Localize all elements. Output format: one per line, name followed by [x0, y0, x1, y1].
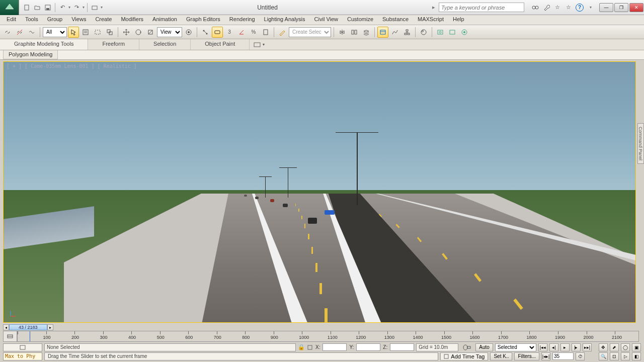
layers-icon[interactable]	[361, 27, 372, 38]
timeline-ruler[interactable]: 0100200300400500600700800900100011001200…	[17, 331, 639, 342]
bind-spacewarp-icon[interactable]	[26, 27, 37, 38]
nav-walk-icon[interactable]: ⬈	[610, 343, 619, 351]
timeslider-prev-button[interactable]: ◂	[3, 324, 9, 330]
manipulate-icon[interactable]	[200, 27, 211, 38]
open-file-icon[interactable]	[33, 3, 42, 12]
percent-snap-icon[interactable]: %	[248, 27, 259, 38]
pivot-center-icon[interactable]	[183, 27, 194, 38]
lock-selection-icon[interactable]: 🔒	[298, 344, 305, 350]
menu-civilview[interactable]: Civil View	[310, 15, 343, 25]
keyfilter-dropdown[interactable]: Selected	[495, 343, 536, 351]
menu-edit[interactable]: Edit	[2, 15, 21, 25]
menu-grapheditors[interactable]: Graph Editors	[182, 15, 225, 25]
nav-zoom-icon[interactable]: 🔍	[599, 352, 608, 360]
menu-rendering[interactable]: Rendering	[225, 15, 260, 25]
ribbon-panel-polygonmodeling[interactable]: Polygon Modeling	[3, 50, 58, 59]
snap-toggle-icon[interactable]: 3	[224, 27, 235, 38]
goto-end-button[interactable]: ▸▸|	[583, 343, 592, 351]
material-editor-icon[interactable]	[418, 27, 429, 38]
save-file-icon[interactable]	[43, 3, 52, 12]
nav-orbit-icon[interactable]: ◯	[621, 343, 630, 351]
autokey-toggle-icon[interactable]	[460, 344, 473, 350]
undo-icon[interactable]: ↶	[58, 3, 67, 12]
nav-pan-icon[interactable]: ✥	[599, 343, 608, 351]
menu-substance[interactable]: Substance	[378, 15, 413, 25]
align-icon[interactable]	[349, 27, 360, 38]
rotate-icon[interactable]	[133, 27, 144, 38]
new-file-icon[interactable]	[22, 3, 31, 12]
trackbar-toggle-button[interactable]	[3, 331, 17, 342]
nav-fov-icon[interactable]: ▷	[621, 352, 630, 360]
goto-start-button[interactable]: |◂◂	[538, 343, 547, 351]
project-icon[interactable]	[90, 3, 99, 12]
z-coord-input[interactable]	[390, 343, 414, 351]
select-object-button[interactable]	[68, 27, 79, 38]
rendered-frame-icon[interactable]	[447, 27, 458, 38]
help-icon[interactable]: ?	[576, 4, 584, 12]
curve-editor-icon[interactable]	[389, 27, 400, 38]
maximize-button[interactable]: ❐	[614, 3, 628, 12]
star-icon[interactable]: ☆	[565, 4, 573, 12]
autokey-button[interactable]: Auto	[475, 343, 493, 351]
current-frame-input[interactable]	[552, 352, 574, 360]
nav-zoom-all-icon[interactable]: ⊡	[610, 352, 619, 360]
maxscript-listener-input[interactable]	[3, 352, 42, 360]
ribbon-tab-selection[interactable]: Selection	[139, 39, 191, 50]
x-coord-input[interactable]	[323, 343, 347, 351]
viewport[interactable]: [ + ] [ Came-035mm Lens-001 ] [ Realisti…	[3, 61, 636, 323]
ref-coord-dropdown[interactable]: View	[157, 27, 182, 37]
menu-help[interactable]: Help	[448, 15, 469, 25]
time-slider-handle[interactable]: 43 / 2183	[9, 324, 47, 330]
add-time-tag-button[interactable]: Add Time Tag	[440, 352, 488, 360]
isolate-selection-icon[interactable]	[307, 344, 313, 350]
ribbon-tab-graphite[interactable]: Graphite Modeling Tools	[0, 39, 88, 50]
ribbon-tab-objectpaint[interactable]: Object Paint	[191, 39, 250, 50]
timeline-cursor[interactable]	[30, 331, 30, 342]
viewport-label[interactable]: [ + ] [ Came-035mm Lens-001 ] [ Realisti…	[7, 63, 137, 69]
play-button[interactable]: ▸	[560, 343, 570, 351]
key-mode-toggle-icon[interactable]: |◂▸|	[541, 352, 550, 360]
spinner-snap-icon[interactable]	[260, 27, 271, 38]
render-production-icon[interactable]	[459, 27, 470, 38]
search-toggle-icon[interactable]: ▸	[432, 4, 437, 11]
keyfilters-button[interactable]: Filters...	[514, 352, 539, 360]
schematic-view-icon[interactable]	[401, 27, 413, 38]
angle-snap-icon[interactable]	[236, 27, 247, 38]
scale-icon[interactable]	[145, 27, 156, 38]
redo-icon[interactable]: ↷	[72, 3, 81, 12]
render-setup-icon[interactable]	[435, 27, 446, 38]
next-frame-button[interactable]: |▸	[572, 343, 581, 351]
app-menu-button[interactable]	[0, 0, 19, 15]
menu-views[interactable]: Views	[67, 15, 91, 25]
prev-frame-button[interactable]: ◂|	[549, 343, 558, 351]
selection-filter-dropdown[interactable]: All	[43, 27, 67, 37]
star-outline-icon[interactable]: ☆	[553, 4, 561, 12]
menu-group[interactable]: Group	[43, 15, 67, 25]
window-crossing-icon[interactable]	[104, 27, 115, 38]
move-icon[interactable]	[121, 27, 132, 38]
binoculars-icon[interactable]	[531, 4, 539, 12]
named-selection-dropdown[interactable]: Create Selection Se	[289, 27, 331, 37]
ribbon-toggle-icon[interactable]	[377, 27, 388, 38]
rect-select-icon[interactable]	[92, 27, 103, 38]
timeslider-next-button[interactable]: ▸	[47, 324, 53, 330]
menu-create[interactable]: Create	[91, 15, 116, 25]
help-search-input[interactable]	[439, 3, 524, 12]
menu-modifiers[interactable]: Modifiers	[116, 15, 148, 25]
wrench-icon[interactable]	[542, 4, 550, 12]
ribbon-display-icon[interactable]	[254, 42, 261, 47]
unlink-icon[interactable]	[14, 27, 25, 38]
minimize-button[interactable]: —	[599, 3, 613, 12]
time-config-button[interactable]: ⏱	[576, 352, 585, 360]
nav-maximize-icon[interactable]: ▣	[632, 343, 641, 351]
menu-customize[interactable]: Customize	[343, 15, 378, 25]
command-panel-tab[interactable]: Command Panel	[637, 123, 644, 164]
menu-animation[interactable]: Animation	[148, 15, 182, 25]
nav-zoom-extents-icon[interactable]: ◧	[632, 352, 641, 360]
mirror-icon[interactable]	[337, 27, 348, 38]
ribbon-dropdown-icon[interactable]: ▾	[263, 42, 265, 47]
menu-lighting[interactable]: Lighting Analysis	[260, 15, 310, 25]
link-icon[interactable]	[2, 27, 13, 38]
edit-named-sel-icon[interactable]	[277, 27, 288, 38]
select-by-name-icon[interactable]	[80, 27, 91, 38]
